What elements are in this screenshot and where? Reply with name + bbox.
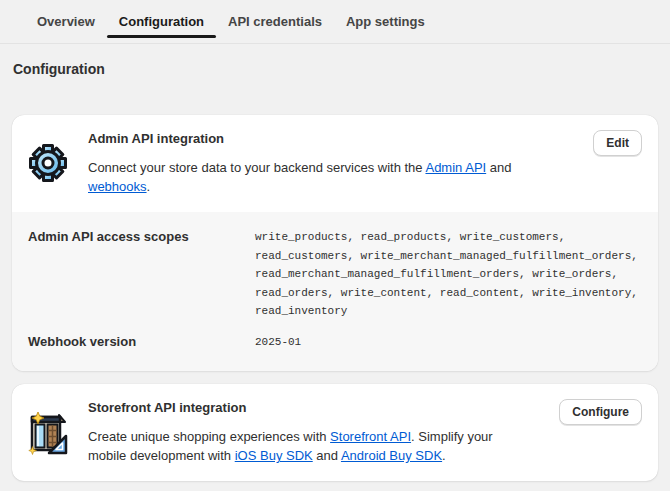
tab-overview[interactable]: Overview [25, 9, 107, 43]
tab-app-settings[interactable]: App settings [334, 9, 437, 43]
ios-buy-sdk-link[interactable]: iOS Buy SDK [235, 448, 313, 463]
storefront-card-header: Storefront API integration Create unique… [12, 384, 658, 481]
webhook-version-label: Webhook version [28, 333, 255, 349]
webhooks-link[interactable]: webhooks [88, 179, 147, 194]
storefront-api-card: Storefront API integration Create unique… [12, 384, 658, 481]
description-text: and [313, 448, 341, 463]
main-content: Admin API integration Connect your store… [0, 115, 670, 481]
storefront-api-link[interactable]: Storefront API [330, 429, 411, 444]
android-buy-sdk-link[interactable]: Android Buy SDK [341, 448, 442, 463]
admin-api-link[interactable]: Admin API [425, 160, 486, 175]
tab-configuration[interactable]: Configuration [107, 9, 216, 43]
page-title: Configuration [13, 61, 670, 77]
storefront-card-title: Storefront API integration [88, 398, 539, 415]
access-scopes-value: write_products, read_products, write_cus… [255, 228, 642, 321]
webhook-version-row: Webhook version 2025-01 [28, 333, 642, 352]
storefront-card-description: Create unique shopping experiences with … [88, 427, 533, 465]
description-text: . [442, 448, 446, 463]
description-text: . [147, 179, 151, 194]
admin-card-text-block: Admin API integration Connect your store… [88, 129, 573, 196]
admin-api-card: Admin API integration Connect your store… [12, 115, 658, 371]
admin-card-header: Admin API integration Connect your store… [12, 115, 658, 212]
gear-icon [28, 143, 68, 183]
description-text: Create unique shopping experiences with [88, 429, 330, 444]
admin-card-description: Connect your store data to your backend … [88, 158, 533, 196]
description-text: Connect your store data to your backend … [88, 160, 425, 175]
tab-api-credentials[interactable]: API credentials [216, 9, 334, 43]
webhook-version-value: 2025-01 [255, 333, 642, 352]
tab-bar: Overview Configuration API credentials A… [0, 0, 670, 44]
storefront-icon [28, 408, 68, 456]
description-text: and [486, 160, 511, 175]
access-scopes-row: Admin API access scopes write_products, … [28, 228, 642, 321]
storefront-card-text-block: Storefront API integration Create unique… [88, 398, 539, 465]
admin-card-title: Admin API integration [88, 129, 573, 146]
access-scopes-label: Admin API access scopes [28, 228, 255, 244]
edit-button[interactable]: Edit [593, 130, 642, 156]
configure-button[interactable]: Configure [559, 399, 642, 425]
admin-card-details: Admin API access scopes write_products, … [12, 212, 658, 371]
